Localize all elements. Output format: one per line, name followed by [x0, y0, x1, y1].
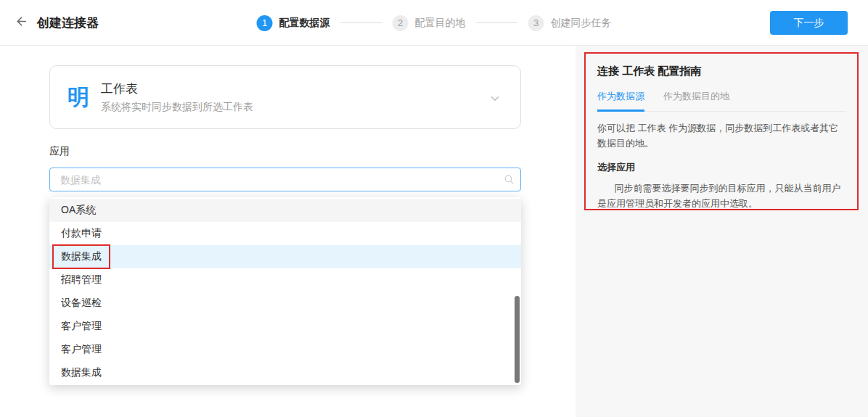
step-3-badge: 3	[528, 15, 544, 31]
list-item-label: 数据集成	[61, 366, 102, 379]
step-2-label: 配置目的地	[415, 17, 466, 30]
step-1-configure-source: 1 配置数据源	[257, 15, 330, 31]
list-item-label: 付款申请	[61, 227, 102, 240]
list-item-label: 客户管理	[61, 320, 102, 333]
list-item[interactable]: 设备巡检	[49, 292, 521, 315]
tab-as-data-destination[interactable]: 作为数据目的地	[663, 90, 729, 111]
step-connector	[476, 22, 518, 23]
list-item-label-annotated: 数据集成	[52, 244, 110, 269]
app-field-label: 应用	[49, 145, 70, 158]
arrow-left-icon	[15, 15, 28, 31]
chevron-down-icon	[488, 92, 501, 108]
list-item-label: OA系统	[61, 204, 96, 217]
source-card-subtitle: 系统将实时同步数据到所选工作表	[101, 101, 253, 114]
list-item[interactable]: OA系统	[49, 199, 521, 222]
list-item-label: 客户管理	[61, 343, 102, 356]
list-item[interactable]: 招聘管理	[49, 268, 521, 292]
guide-paragraph-1: 你可以把 工作表 作为源数据，同步数据到工作表或者其它数据目的地。	[597, 120, 846, 151]
app-search-input[interactable]	[49, 168, 521, 191]
step-3-create-sync-task: 3 创建同步任务	[528, 15, 612, 31]
main-area: 明 工作表 系统将实时同步数据到所选工作表 应用 OA系统付款申请数据集成招聘管…	[0, 46, 576, 417]
guide-annotation-box: 连接 工作表 配置指南 作为数据源 作为数据目的地 你可以把 工作表 作为源数据…	[584, 52, 859, 210]
page-title: 创建连接器	[37, 15, 99, 31]
guide-paragraph-2: 同步前需要选择要同步到的目标应用，只能从当前用户是应用管理员和开发者的应用中选取…	[597, 181, 846, 211]
app-dropdown-list: OA系统付款申请数据集成招聘管理设备巡检客户管理客户管理数据集成	[49, 199, 521, 384]
app-dropdown: OA系统付款申请数据集成招聘管理设备巡检客户管理客户管理数据集成	[49, 197, 521, 385]
content: 明 工作表 系统将实时同步数据到所选工作表 应用 OA系统付款申请数据集成招聘管…	[0, 46, 868, 417]
list-item[interactable]: 客户管理	[49, 338, 521, 361]
list-item-label: 招聘管理	[61, 273, 102, 286]
dropdown-scrollbar-thumb[interactable]	[515, 296, 520, 383]
stepper: 1 配置数据源 2 配置目的地 3 创建同步任务	[257, 0, 612, 46]
tab-as-data-source[interactable]: 作为数据源	[597, 90, 644, 112]
guide-panel: 连接 工作表 配置指南 作为数据源 作为数据目的地 你可以把 工作表 作为源数据…	[576, 46, 868, 417]
source-type-card[interactable]: 明 工作表 系统将实时同步数据到所选工作表	[49, 65, 521, 129]
step-2-configure-destination: 2 配置目的地	[393, 15, 466, 31]
back-button[interactable]	[15, 15, 28, 31]
list-item[interactable]: 数据集成	[49, 361, 521, 384]
guide-title: 连接 工作表 配置指南	[597, 65, 846, 78]
step-2-badge: 2	[393, 15, 409, 31]
step-connector	[340, 22, 382, 23]
list-item-label: 设备巡检	[61, 297, 102, 310]
search-icon	[503, 173, 515, 189]
next-step-button[interactable]: 下一步	[770, 11, 848, 35]
step-1-label: 配置数据源	[279, 17, 330, 30]
step-1-badge: 1	[257, 15, 273, 31]
worksheet-logo-icon: 明	[67, 86, 89, 108]
header: 创建连接器 1 配置数据源 2 配置目的地 3 创建同步任务 下一步	[0, 0, 868, 46]
list-item[interactable]: 付款申请	[49, 222, 521, 245]
source-card-title: 工作表	[101, 80, 253, 97]
step-3-label: 创建同步任务	[551, 17, 612, 30]
list-item[interactable]: 客户管理	[49, 315, 521, 338]
list-item[interactable]: 数据集成	[49, 245, 521, 268]
source-card-texts: 工作表 系统将实时同步数据到所选工作表	[101, 80, 253, 114]
guide-section-title: 选择应用	[597, 161, 846, 174]
guide-tabs: 作为数据源 作为数据目的地	[597, 90, 846, 112]
